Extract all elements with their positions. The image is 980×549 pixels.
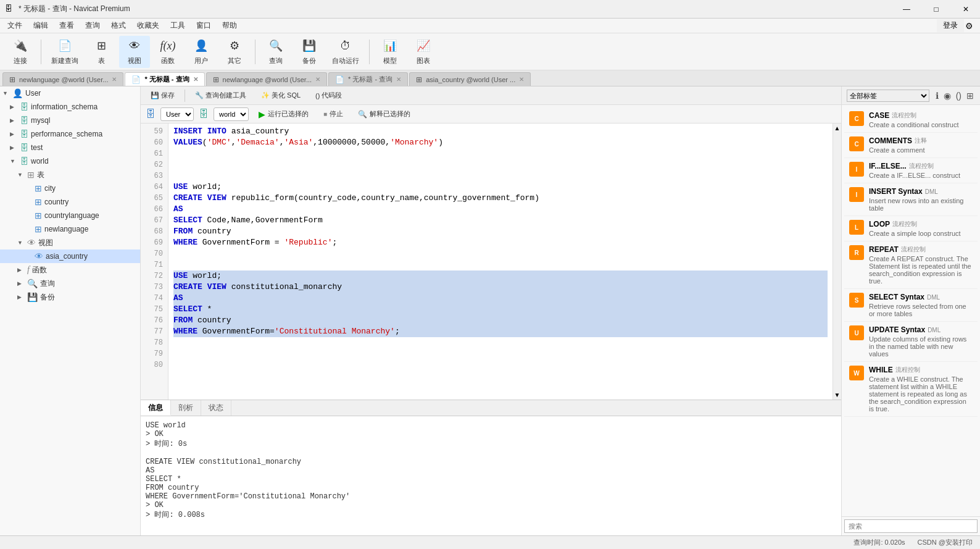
explain-button[interactable]: 🔍 解释已选择的 [353,108,415,120]
grid-icon[interactable]: ⊞ [965,90,975,102]
menu-favorites[interactable]: 收藏夹 [132,19,164,32]
tab-close-5[interactable]: ✕ [519,76,524,83]
title-bar: 🗄 * 无标题 - 查询 - Navicat Premium — □ ✕ [0,0,980,19]
snippet-title-update: UPDATE Syntax DML [869,325,973,334]
sidebar-item-functions[interactable]: ▶ f 函数 [0,263,140,277]
menu-file[interactable]: 文件 [2,19,27,32]
snippet-icon-insert: I [849,187,864,202]
tree-label-functions: 函数 [32,265,47,275]
scroll-up-button[interactable]: ▲ [833,124,841,133]
menu-tools[interactable]: 工具 [165,19,190,32]
snippet-update[interactable]: U UPDATE Syntax DML Update columns of ex… [844,322,978,362]
tab-asia-country[interactable]: ⊞ asia_country @world (User ... ✕ [409,72,531,86]
toolbar-model-button[interactable]: 📊 模型 [375,36,405,68]
tab-close-2[interactable]: ✕ [193,76,198,83]
tree-label-info: information_schema [31,103,98,111]
snippet-name-repeat: REPEAT [869,245,899,254]
sidebar-item-asia-country[interactable]: 👁 asia_country [0,249,140,263]
tab-newlanguage-2[interactable]: ⊞ newlanguage @world (User... ✕ [206,72,327,86]
snippet-desc-insert: Insert new rows into an existing table [869,197,973,212]
sidebar-item-queries[interactable]: ▶ 🔍 查询 [0,277,140,290]
menu-edit[interactable]: 编辑 [28,19,53,32]
login-button[interactable]: 登录 [937,19,964,32]
create-tool-button[interactable]: 🔧 查询创建工具 [190,90,251,101]
sidebar-item-mysql[interactable]: ▶ 🗄 mysql [0,114,140,127]
snippet-desc-repeat: Create A REPEAT construct. The Statement… [869,255,973,285]
tree-label-world: world [31,157,49,166]
save-button[interactable]: 💾 保存 [146,90,180,101]
toolbar-connect-button[interactable]: 🔌 连接 [5,36,36,68]
stop-button[interactable]: ■ 停止 [318,108,348,120]
snippet-search-input[interactable] [844,519,978,533]
sidebar-item-user[interactable]: ▼ 👤 User [0,86,140,100]
code-editor[interactable]: 5960616263646566676869707172737475767778… [141,124,841,400]
editor-scroll[interactable]: ▲ ▼ [833,124,841,400]
sidebar-item-country[interactable]: ⊞ country [0,195,140,209]
snippet-repeat[interactable]: R REPEAT 流程控制 Create A REPEAT construct.… [844,241,978,289]
beautify-sql-button[interactable]: ✨ 美化 SQL [256,90,305,101]
sidebar-item-backup[interactable]: ▶ 💾 备份 [0,290,140,304]
sidebar-item-info-schema[interactable]: ▶ 🗄 information_schema [0,100,140,114]
toolbar-autorun-button[interactable]: ⏱ 自动运行 [327,36,364,68]
snippet-category-select[interactable]: 全部标签 [847,90,929,102]
sidebar-item-city[interactable]: ⊞ city [0,182,140,195]
sidebar-item-tables[interactable]: ▼ ⊞ 表 [0,168,140,182]
toolbar-view-button[interactable]: 👁 视图 [119,36,150,68]
toolbar-function-button[interactable]: f(x) 函数 [152,36,183,68]
toolbar-table-button[interactable]: ⊞ 表 [86,36,117,68]
menu-query[interactable]: 查询 [80,19,105,32]
toolbar-backup-button[interactable]: 💾 备份 [294,36,325,68]
tree-icon-asia-country: 👁 [35,251,43,261]
tab-untitled-query[interactable]: 📄 * 无标题 - 查询 ✕ [125,72,204,86]
menu-view[interactable]: 查看 [54,19,79,32]
tab-close-4[interactable]: ✕ [396,76,401,83]
tree-icon-city: ⊞ [35,183,42,193]
snippet-text-select: SELECT Syntax DML Retrieve rows selected… [869,293,973,317]
snippet-while[interactable]: W WHILE 流程控制 Create a WHILE construct. T… [844,362,978,417]
tab-status[interactable]: 状态 [201,400,231,416]
settings-icon[interactable]: ⚙ [965,21,978,31]
menu-format[interactable]: 格式 [106,19,131,32]
snippet-ifelse[interactable]: I IF...ELSE... 流程控制 Create a IF...ELSE..… [844,158,978,183]
sidebar-item-perf-schema[interactable]: ▶ 🗄 performance_schema [0,127,140,141]
toolbar-user-button[interactable]: 👤 用户 [186,36,217,68]
menu-help[interactable]: 帮助 [217,19,242,32]
maximize-button[interactable]: □ [922,0,950,19]
menu-window[interactable]: 窗口 [191,19,216,32]
minimize-button[interactable]: — [892,0,921,19]
sidebar-item-world[interactable]: ▼ 🗄 world [0,154,140,168]
sidebar-item-test[interactable]: ▶ 🗄 test [0,141,140,154]
eye-icon[interactable]: ◉ [942,90,952,102]
function-icon: f(x) [158,38,178,54]
run-selected-button[interactable]: ▶ 运行已选择的 [254,108,314,120]
toolbar-newquery-button[interactable]: 📄 新建查询 [46,36,83,68]
user-select[interactable]: User [160,107,194,121]
toolbar-query-button[interactable]: 🔍 查询 [260,36,291,68]
toolbar-other-button[interactable]: ⚙ 其它 [219,36,250,68]
tab-close-1[interactable]: ✕ [112,76,117,83]
code-content[interactable]: INSERT INTO asia_countryVALUES('DMC','De… [168,124,833,400]
toolbar-chart-button[interactable]: 📈 图表 [408,36,439,68]
bracket-icon[interactable]: () [955,90,963,102]
info-icon[interactable]: ℹ [934,90,940,102]
code-segment-button[interactable]: () 代码段 [310,90,347,101]
snippet-comments[interactable]: C COMMENTS 注释 Create a comment [844,133,978,158]
tree-label-user: User [25,89,41,98]
snippet-insert[interactable]: I INSERT Syntax DML Insert new rows into… [844,183,978,216]
output-line-9: WHERE GovernmentForm='Constitutional Mon… [146,492,836,501]
tab-close-3[interactable]: ✕ [315,76,320,83]
scroll-down-button[interactable]: ▼ [833,390,841,400]
snippet-select[interactable]: S SELECT Syntax DML Retrieve rows select… [844,289,978,322]
window-title: * 无标题 - 查询 - Navicat Premium [19,4,975,14]
tab-untitled-query-2[interactable]: 📄 * 无标题 - 查询 ✕ [328,72,408,86]
db-select[interactable]: world [214,107,249,121]
tab-info[interactable]: 信息 [141,400,171,416]
tab-newlanguage-1[interactable]: ⊞ newlanguage @world (User... ✕ [2,72,123,86]
tab-profile[interactable]: 剖析 [171,400,201,416]
close-button[interactable]: ✕ [952,0,980,19]
sidebar-item-newlanguage[interactable]: ⊞ newlanguage [0,222,140,236]
sidebar-item-countrylanguage[interactable]: ⊞ countrylanguage [0,209,140,222]
sidebar-item-views[interactable]: ▼ 👁 视图 [0,236,140,249]
snippet-case[interactable]: C CASE 流程控制 Create a conditional constru… [844,107,978,133]
snippet-loop[interactable]: L LOOP 流程控制 Create a simple loop constru… [844,216,978,241]
